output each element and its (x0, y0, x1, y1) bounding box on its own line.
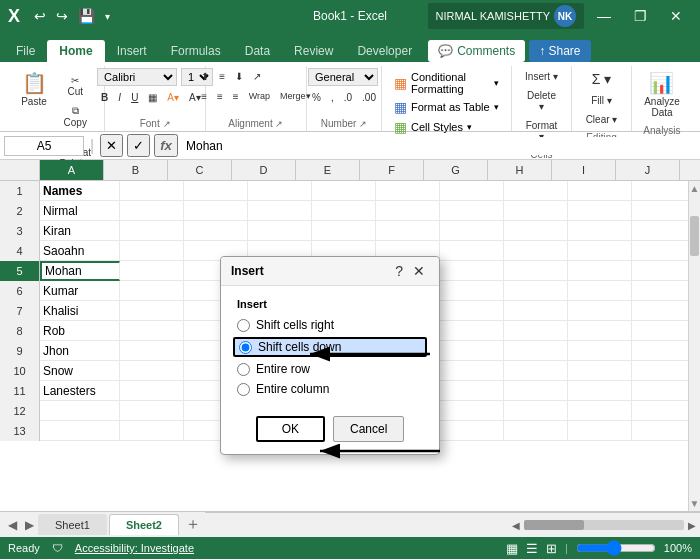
cell-A2[interactable]: Nirmal (40, 201, 120, 221)
cell-A10[interactable]: Snow (40, 361, 120, 381)
insert-function-button[interactable]: fx (154, 134, 178, 157)
cell-F2[interactable] (376, 201, 440, 221)
cancel-button[interactable]: Cancel (333, 416, 404, 442)
col-header-I[interactable]: I (552, 160, 616, 180)
cell-G3[interactable] (440, 221, 504, 241)
scroll-right-btn[interactable]: ▶ (688, 520, 696, 531)
cell-B13[interactable] (120, 421, 184, 441)
cell-J13[interactable] (632, 421, 696, 441)
cell-G9[interactable] (440, 341, 504, 361)
italic-button[interactable]: I (114, 89, 125, 106)
hscroll-track[interactable] (524, 520, 684, 530)
cell-A7[interactable]: Khalisi (40, 301, 120, 321)
scroll-left-btn[interactable]: ◀ (512, 520, 520, 531)
accessibility-text[interactable]: Accessibility: Investigate (75, 542, 194, 554)
option-shift-down[interactable]: Shift cells down (233, 337, 427, 357)
cell-D3[interactable] (248, 221, 312, 241)
cell-A5[interactable]: Mohan (40, 261, 120, 281)
cell-G13[interactable] (440, 421, 504, 441)
cell-J8[interactable] (632, 321, 696, 341)
option-shift-right[interactable]: Shift cells right (237, 318, 423, 332)
cell-B1[interactable] (120, 181, 184, 201)
col-header-D[interactable]: D (232, 160, 296, 180)
col-header-C[interactable]: C (168, 160, 232, 180)
sum-button[interactable]: Σ ▾ (588, 68, 616, 90)
cell-J12[interactable] (632, 401, 696, 421)
cell-B7[interactable] (120, 301, 184, 321)
cell-G7[interactable] (440, 301, 504, 321)
option-entire-col[interactable]: Entire column (237, 382, 423, 396)
page-break-button[interactable]: ⊞ (546, 541, 557, 556)
cell-I9[interactable] (568, 341, 632, 361)
horizontal-scrollbar[interactable]: ◀ ▶ (205, 512, 700, 537)
cell-G12[interactable] (440, 401, 504, 421)
tab-home[interactable]: Home (47, 40, 104, 62)
scroll-up-button[interactable]: ▲ (689, 181, 700, 196)
cell-B12[interactable] (120, 401, 184, 421)
orientation-button[interactable]: ↗ (249, 68, 265, 85)
sheet-scroll-right[interactable]: ▶ (21, 516, 38, 534)
cell-A8[interactable]: Rob (40, 321, 120, 341)
cell-G2[interactable] (440, 201, 504, 221)
name-box[interactable] (4, 136, 84, 156)
cell-B11[interactable] (120, 381, 184, 401)
formula-input[interactable] (182, 137, 696, 155)
cell-G8[interactable] (440, 321, 504, 341)
cell-J1[interactable] (632, 181, 696, 201)
cell-G6[interactable] (440, 281, 504, 301)
sheet-tab-2[interactable]: Sheet2 (109, 514, 179, 535)
cell-B9[interactable] (120, 341, 184, 361)
comments-button[interactable]: 💬 Comments (428, 40, 525, 62)
align-bottom-button[interactable]: ⬇ (231, 68, 247, 85)
align-right-button[interactable]: ≡ (229, 88, 243, 105)
cell-I1[interactable] (568, 181, 632, 201)
cell-E1[interactable] (312, 181, 376, 201)
cell-I7[interactable] (568, 301, 632, 321)
cell-B8[interactable] (120, 321, 184, 341)
cell-A9[interactable]: Jhon (40, 341, 120, 361)
minimize-button[interactable]: — (588, 0, 620, 32)
cell-J6[interactable] (632, 281, 696, 301)
cell-C1[interactable] (184, 181, 248, 201)
cell-C3[interactable] (184, 221, 248, 241)
cell-A12[interactable] (40, 401, 120, 421)
cell-H4[interactable] (504, 241, 568, 261)
cell-J10[interactable] (632, 361, 696, 381)
radio-entire-col[interactable] (237, 383, 250, 396)
align-middle-button[interactable]: ≡ (215, 68, 229, 85)
cell-H1[interactable] (504, 181, 568, 201)
cell-G4[interactable] (440, 241, 504, 261)
analyze-data-button[interactable]: 📊 AnalyzeData (639, 68, 685, 121)
cell-J2[interactable] (632, 201, 696, 221)
bold-button[interactable]: B (97, 89, 112, 106)
cell-J9[interactable] (632, 341, 696, 361)
save-button[interactable]: 💾 (74, 6, 99, 26)
undo-button[interactable]: ↩ (30, 6, 50, 26)
cell-F3[interactable] (376, 221, 440, 241)
cell-B5[interactable] (120, 261, 184, 281)
cell-H6[interactable] (504, 281, 568, 301)
cell-H13[interactable] (504, 421, 568, 441)
percent-button[interactable]: % (308, 89, 325, 106)
insert-cells-button[interactable]: Insert ▾ (521, 68, 562, 85)
wrap-text-button[interactable]: Wrap (245, 88, 274, 105)
cell-H7[interactable] (504, 301, 568, 321)
maximize-button[interactable]: ❐ (624, 0, 656, 32)
hscroll-thumb[interactable] (524, 520, 584, 530)
conditional-formatting-button[interactable]: ▦ Conditional Formatting ▾ (390, 70, 503, 96)
cell-A4[interactable]: Saoahn (40, 241, 120, 261)
clear-button[interactable]: Clear ▾ (582, 111, 622, 128)
cell-J4[interactable] (632, 241, 696, 261)
tab-file[interactable]: File (4, 40, 47, 62)
cell-H3[interactable] (504, 221, 568, 241)
redo-button[interactable]: ↪ (52, 6, 72, 26)
cell-I2[interactable] (568, 201, 632, 221)
sheet-tab-1[interactable]: Sheet1 (38, 514, 107, 535)
cell-B4[interactable] (120, 241, 184, 261)
underline-button[interactable]: U (127, 89, 142, 106)
comma-button[interactable]: , (327, 89, 338, 106)
ok-button[interactable]: OK (256, 416, 325, 442)
cell-I5[interactable] (568, 261, 632, 281)
cell-F1[interactable] (376, 181, 440, 201)
cell-H11[interactable] (504, 381, 568, 401)
